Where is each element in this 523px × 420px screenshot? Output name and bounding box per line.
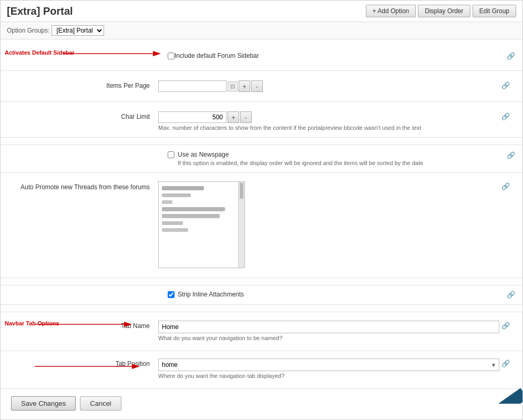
strip-inline-label: Strip Inline Attachments [178,291,244,298]
svg-marker-5 [132,364,140,369]
tab-position-hint: Where do you want the navigation tab dis… [158,373,499,379]
tab-name-arrow-icon [35,319,135,330]
char-limit-hint: Max. number of characters to show from t… [158,125,499,131]
tab-position-arrow-icon [35,361,145,372]
char-plus-button[interactable]: + [228,111,239,123]
watermark: LoveNulled.com [465,362,522,404]
option-groups-select[interactable]: [Extra] Portal [52,25,104,36]
items-per-page-label: Items Per Page [1,80,158,89]
tab-position-section: Tab Position home left right none ▼ Wher… [1,351,522,389]
auto-promote-edit-icon[interactable]: 🔗 [499,181,512,191]
content-area: Activates Default Sidebar Include defaul… [1,39,522,418]
items-per-page-section: Items Per Page ⊡ + - 🔗 [1,71,522,102]
include-sidebar-label: Include default Forum Sidebar [175,52,259,59]
sidebar-section: Activates Default Sidebar Include defaul… [1,39,522,71]
strip-inline-section: Strip Inline Attachments 🔗 [1,285,522,305]
char-limit-input[interactable] [158,111,227,123]
spacer2 [1,278,522,285]
cancel-button[interactable]: Cancel [80,396,121,411]
char-edit-icon[interactable]: 🔗 [499,111,512,121]
char-limit-label: Char Limit [1,111,158,120]
newspage-hint: If this option is enabled, the display o… [178,160,423,166]
listbox-scrollbar[interactable] [238,182,244,268]
items-per-page-controls: ⊡ + - [158,80,499,92]
items-stepper-icon: ⊡ [228,81,238,91]
forum-listbox-container [158,181,499,268]
char-limit-controls: + - [158,111,499,123]
spacer1 [1,138,522,145]
tab-name-edit-icon[interactable]: 🔗 [499,321,512,331]
page-wrapper: [Extra] Portal + Add Option Display Orde… [0,0,523,420]
svg-marker-1 [153,51,161,56]
newspage-label: Use as Newspage [178,151,229,158]
items-minus-button[interactable]: - [251,80,263,92]
spacer3 [1,305,522,312]
header-buttons: + Add Option Display Order Edit Group [366,5,516,17]
items-per-page-input[interactable] [158,80,227,92]
strip-inline-edit-icon[interactable]: 🔗 [505,290,517,300]
header: [Extra] Portal + Add Option Display Orde… [1,1,522,22]
tab-name-hint: What do you want your navigation to be n… [158,335,499,341]
option-groups-label: Option Groups: [7,27,49,34]
scrollbar-thumb [240,183,243,199]
page-title: [Extra] Portal [7,5,73,17]
option-groups-bar: Option Groups: [Extra] Portal [1,22,522,39]
tab-name-input[interactable] [158,321,499,333]
tab-position-select-wrapper: home left right none ▼ [158,358,499,371]
newspage-edit-icon[interactable]: 🔗 [505,150,517,160]
sidebar-edit-icon[interactable]: 🔗 [505,51,517,61]
save-bar: Save Changes Cancel [1,389,522,418]
forum-listbox[interactable] [158,181,245,268]
add-option-button[interactable]: + Add Option [366,5,416,17]
watermark-text: LoveNulled.com [465,388,522,404]
sidebar-arrow-icon [64,46,163,62]
display-order-button[interactable]: Display Order [418,5,470,17]
tab-name-section: Navbar Tab Options Tab Name What do you … [1,312,522,351]
items-plus-button[interactable]: + [239,80,250,92]
save-changes-button[interactable]: Save Changes [11,396,76,411]
include-sidebar-checkbox[interactable] [168,53,175,59]
newspage-checkbox[interactable] [168,151,175,158]
svg-marker-3 [124,322,132,327]
char-minus-button[interactable]: - [240,111,252,123]
newspage-section: Use as Newspage If this option is enable… [1,145,522,173]
items-edit-icon[interactable]: 🔗 [499,80,512,90]
auto-promote-section: Auto Promote new Threads from these foru… [1,173,522,278]
strip-inline-checkbox[interactable] [168,291,175,298]
tab-position-select[interactable]: home left right none [158,358,499,371]
edit-group-button[interactable]: Edit Group [473,5,516,17]
auto-promote-label: Auto Promote new Threads from these foru… [1,181,158,191]
char-limit-section: Char Limit + - Max. number of characters… [1,102,522,138]
